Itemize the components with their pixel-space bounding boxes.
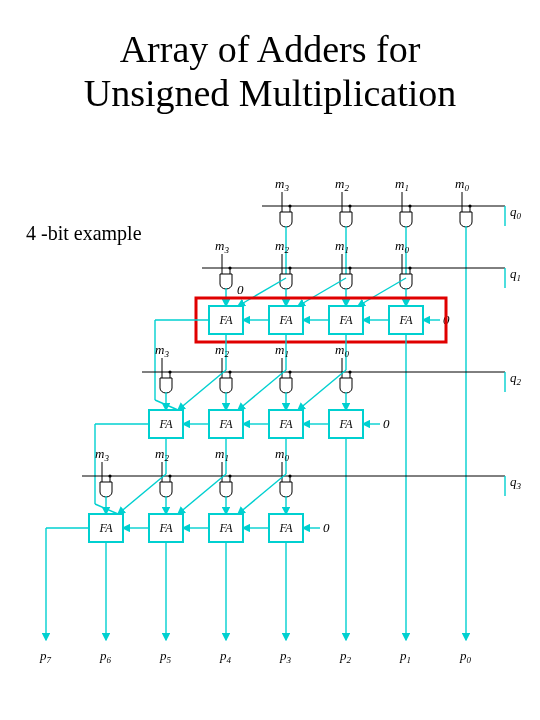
m1-label-r2: m1 <box>275 342 289 359</box>
svg-line-36 <box>238 278 286 306</box>
p4-label: p4 <box>219 648 232 665</box>
fa-r1-1: FA <box>338 313 353 327</box>
q1-label: q1 <box>510 266 521 283</box>
m3-label-r2: m3 <box>155 342 169 359</box>
p7-label: p7 <box>39 648 52 665</box>
p1-label: p1 <box>399 648 411 665</box>
svg-line-101 <box>238 474 286 514</box>
fa-r2-0: FA <box>338 417 353 431</box>
q3-label: q3 <box>510 474 522 491</box>
title-line1: Array of Adders for <box>120 28 421 70</box>
m2-label-top: m2 <box>335 176 349 193</box>
fa-r3-0: FA <box>278 521 293 535</box>
fa-r3-3: FA <box>98 521 113 535</box>
fa-r3-2: FA <box>158 521 173 535</box>
fa-r3-1: FA <box>218 521 233 535</box>
fa-r1-2: FA <box>278 313 293 327</box>
title-line2: Unsigned Multiplication <box>84 72 457 114</box>
fa-r2-1: FA <box>278 417 293 431</box>
m1-label-r1: m1 <box>335 238 349 255</box>
zero-cin-r3: 0 <box>323 520 330 535</box>
m0-label-r3: m0 <box>275 446 289 463</box>
zero-r1: 0 <box>237 282 244 297</box>
m1-label-r3: m1 <box>215 446 229 463</box>
m2-label-r2: m2 <box>215 342 229 359</box>
m3-label-r1: m3 <box>215 238 229 255</box>
p5-label: p5 <box>159 648 172 665</box>
fa-r1-0: FA <box>398 313 413 327</box>
m3-label-top: m3 <box>275 176 289 193</box>
fa-r1-3: FA <box>218 313 233 327</box>
fa-r2-2: FA <box>218 417 233 431</box>
svg-line-68 <box>238 370 286 410</box>
svg-line-67 <box>178 370 226 410</box>
m0-label-top: m0 <box>455 176 469 193</box>
zero-cin-r2: 0 <box>383 416 390 431</box>
p2-label: p2 <box>339 648 352 665</box>
p6-label: p6 <box>99 648 112 665</box>
m1-label-top: m1 <box>395 176 409 193</box>
q0-label: q0 <box>510 204 522 221</box>
fa-r2-3: FA <box>158 417 173 431</box>
p3-label: p3 <box>279 648 292 665</box>
svg-line-37 <box>298 278 346 306</box>
svg-line-100 <box>178 474 226 514</box>
m0-label-r1: m0 <box>395 238 409 255</box>
svg-line-69 <box>298 370 346 410</box>
m3-label-r3: m3 <box>95 446 109 463</box>
q2-label: q2 <box>510 370 522 387</box>
p0-label: p0 <box>459 648 472 665</box>
svg-line-38 <box>358 278 406 306</box>
multiplier-diagram: m3 m2 m1 m0 q0 m3 m2 m1 m0 <box>0 170 540 720</box>
m2-label-r3: m2 <box>155 446 169 463</box>
svg-line-99 <box>118 474 166 514</box>
m2-label-r1: m2 <box>275 238 289 255</box>
m0-label-r2: m0 <box>335 342 349 359</box>
